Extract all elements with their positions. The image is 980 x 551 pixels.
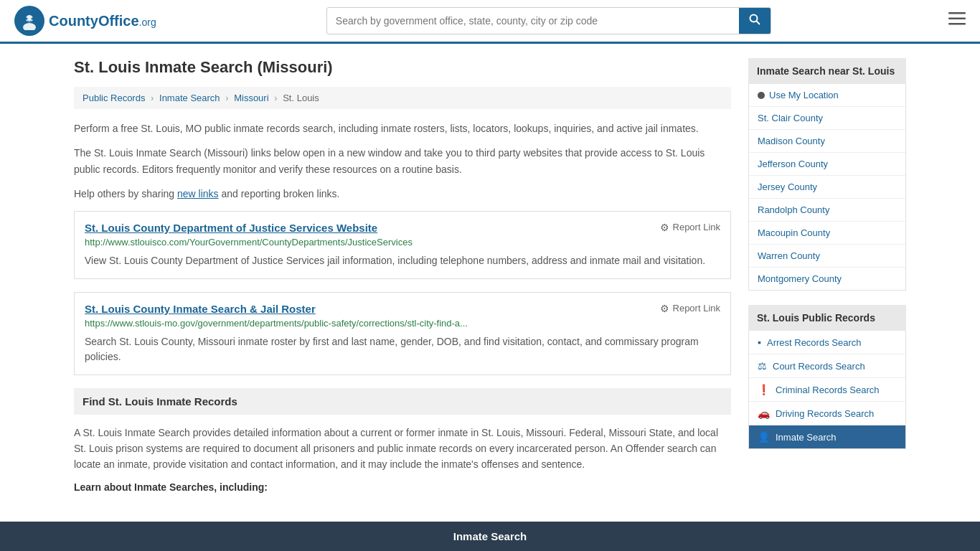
link-card-0: St. Louis County Department of Justice S… bbox=[74, 211, 731, 279]
new-links-link[interactable]: new links bbox=[177, 188, 219, 199]
breadcrumb-stlouis: St. Louis bbox=[283, 93, 319, 103]
sidebar-item-macoupin[interactable]: Macoupin County bbox=[749, 222, 905, 245]
learn-label: Learn about Inmate Searches, including: bbox=[74, 481, 731, 493]
driving-icon: 🚗 bbox=[758, 408, 770, 419]
svg-point-4 bbox=[32, 18, 34, 20]
sidebar-item-randolph[interactable]: Randolph County bbox=[749, 199, 905, 222]
link-card-0-url[interactable]: http://www.stlouisco.com/YourGovernment/… bbox=[85, 237, 720, 248]
madison-link[interactable]: Madison County bbox=[749, 130, 905, 152]
driving-records-link[interactable]: 🚗 Driving Records Search bbox=[749, 402, 905, 425]
sidebar-item-montgomery[interactable]: Montgomery County bbox=[749, 268, 905, 290]
sidebar-public-records-title: St. Louis Public Records bbox=[748, 305, 906, 331]
arrest-icon: ▪ bbox=[758, 336, 761, 348]
logo-text: CountyOffice.org bbox=[49, 13, 156, 29]
sidebar-nearby-title: Inmate Search near St. Louis bbox=[748, 58, 906, 84]
sidebar-item-court[interactable]: ⚖ Court Records Search bbox=[749, 354, 905, 378]
site-header: CountyOffice.org bbox=[0, 0, 980, 44]
criminal-records-label: Criminal Records Search bbox=[776, 385, 880, 395]
arrest-records-label: Arrest Records Search bbox=[767, 337, 862, 348]
content-area: St. Louis Inmate Search (Missouri) Publi… bbox=[74, 58, 731, 499]
svg-rect-8 bbox=[948, 18, 966, 20]
breadcrumb-public-records[interactable]: Public Records bbox=[83, 93, 145, 103]
inmate-icon: 👤 bbox=[758, 431, 770, 443]
link-card-1: St. Louis County Inmate Search & Jail Ro… bbox=[74, 292, 731, 375]
sidebar-public-records-list: ▪ Arrest Records Search ⚖ Court Records … bbox=[748, 331, 906, 449]
randolph-link[interactable]: Randolph County bbox=[749, 199, 905, 221]
hamburger-menu[interactable] bbox=[948, 10, 966, 32]
sidebar-use-my-location[interactable]: Use My Location bbox=[749, 84, 905, 107]
inmate-search-label: Inmate Search bbox=[776, 432, 837, 443]
link-card-0-title[interactable]: St. Louis County Department of Justice S… bbox=[85, 222, 377, 234]
intro3-pre: Help others by sharing bbox=[74, 188, 177, 199]
breadcrumb-sep-2: › bbox=[225, 93, 228, 103]
link-card-0-header: St. Louis County Department of Justice S… bbox=[85, 222, 720, 234]
report-icon-0: ⚙ bbox=[660, 222, 669, 233]
breadcrumb: Public Records › Inmate Search › Missour… bbox=[74, 87, 731, 109]
breadcrumb-sep-3: › bbox=[274, 93, 277, 103]
sidebar-item-inmate-active[interactable]: 👤 Inmate Search bbox=[749, 425, 905, 448]
macoupin-link[interactable]: Macoupin County bbox=[749, 222, 905, 244]
sidebar-item-stclair[interactable]: St. Clair County bbox=[749, 107, 905, 130]
report-icon-1: ⚙ bbox=[660, 303, 669, 314]
link-card-0-desc: View St. Louis County Department of Just… bbox=[85, 253, 720, 268]
court-records-label: Court Records Search bbox=[773, 361, 865, 372]
warren-link[interactable]: Warren County bbox=[749, 245, 905, 267]
intro-paragraph-3: Help others by sharing new links and rep… bbox=[74, 186, 731, 202]
sidebar-item-jersey[interactable]: Jersey County bbox=[749, 176, 905, 199]
section-body: A St. Louis Inmate Search provides detai… bbox=[74, 425, 731, 473]
report-link-1-button[interactable]: ⚙ Report Link bbox=[660, 303, 720, 314]
stclair-link[interactable]: St. Clair County bbox=[749, 107, 905, 129]
criminal-icon: ❗ bbox=[758, 384, 770, 395]
svg-rect-7 bbox=[948, 12, 966, 14]
link-card-1-title[interactable]: St. Louis County Inmate Search & Jail Ro… bbox=[85, 303, 316, 315]
jersey-link[interactable]: Jersey County bbox=[749, 176, 905, 198]
jefferson-link[interactable]: Jefferson County bbox=[749, 153, 905, 175]
breadcrumb-sep-1: › bbox=[151, 93, 154, 103]
svg-line-6 bbox=[756, 22, 760, 25]
use-my-location-link[interactable]: Use My Location bbox=[749, 84, 905, 106]
report-link-0-button[interactable]: ⚙ Report Link bbox=[660, 222, 720, 233]
sidebar-nearby-section: Inmate Search near St. Louis Use My Loca… bbox=[748, 58, 906, 291]
court-icon: ⚖ bbox=[758, 360, 767, 372]
search-button[interactable] bbox=[739, 8, 771, 34]
svg-rect-9 bbox=[948, 23, 966, 25]
search-input[interactable] bbox=[327, 9, 739, 32]
court-records-link[interactable]: ⚖ Court Records Search bbox=[749, 354, 905, 377]
svg-point-3 bbox=[26, 18, 28, 20]
breadcrumb-inmate-search[interactable]: Inmate Search bbox=[159, 93, 220, 103]
inmate-search-link[interactable]: 👤 Inmate Search bbox=[749, 425, 905, 448]
link-card-1-header: St. Louis County Inmate Search & Jail Ro… bbox=[85, 303, 720, 315]
sidebar: Inmate Search near St. Louis Use My Loca… bbox=[748, 58, 906, 499]
sidebar-public-records-section: St. Louis Public Records ▪ Arrest Record… bbox=[748, 305, 906, 449]
svg-point-5 bbox=[750, 15, 757, 22]
location-dot-icon bbox=[758, 92, 765, 99]
sidebar-nearby-list: Use My Location St. Clair County Madison… bbox=[748, 84, 906, 291]
use-my-location-label: Use My Location bbox=[769, 90, 839, 100]
intro-paragraph-1: Perform a free St. Louis, MO public inma… bbox=[74, 121, 731, 136]
sidebar-item-madison[interactable]: Madison County bbox=[749, 130, 905, 153]
sidebar-item-driving[interactable]: 🚗 Driving Records Search bbox=[749, 402, 905, 425]
link-card-1-desc: Search St. Louis County, Missouri inmate… bbox=[85, 334, 720, 364]
logo-icon bbox=[14, 6, 44, 36]
search-bar[interactable] bbox=[326, 7, 771, 34]
driving-records-label: Driving Records Search bbox=[776, 408, 874, 419]
sidebar-item-jefferson[interactable]: Jefferson County bbox=[749, 153, 905, 176]
intro3-post: and reporting broken links. bbox=[219, 188, 340, 199]
montgomery-link[interactable]: Montgomery County bbox=[749, 268, 905, 290]
link-card-1-url[interactable]: https://www.stlouis-mo.gov/government/de… bbox=[85, 318, 720, 329]
arrest-records-link[interactable]: ▪ Arrest Records Search bbox=[749, 331, 905, 354]
breadcrumb-missouri[interactable]: Missouri bbox=[234, 93, 268, 103]
section-header: Find St. Louis Inmate Records bbox=[74, 388, 731, 415]
main-container: St. Louis Inmate Search (Missouri) Publi… bbox=[60, 44, 920, 513]
sidebar-item-arrest[interactable]: ▪ Arrest Records Search bbox=[749, 331, 905, 354]
logo[interactable]: CountyOffice.org bbox=[14, 6, 156, 36]
sidebar-item-warren[interactable]: Warren County bbox=[749, 245, 905, 268]
sidebar-item-criminal[interactable]: ❗ Criminal Records Search bbox=[749, 378, 905, 402]
criminal-records-link[interactable]: ❗ Criminal Records Search bbox=[749, 378, 905, 401]
page-title: St. Louis Inmate Search (Missouri) bbox=[74, 58, 731, 77]
intro-paragraph-2: The St. Louis Inmate Search (Missouri) l… bbox=[74, 145, 731, 177]
